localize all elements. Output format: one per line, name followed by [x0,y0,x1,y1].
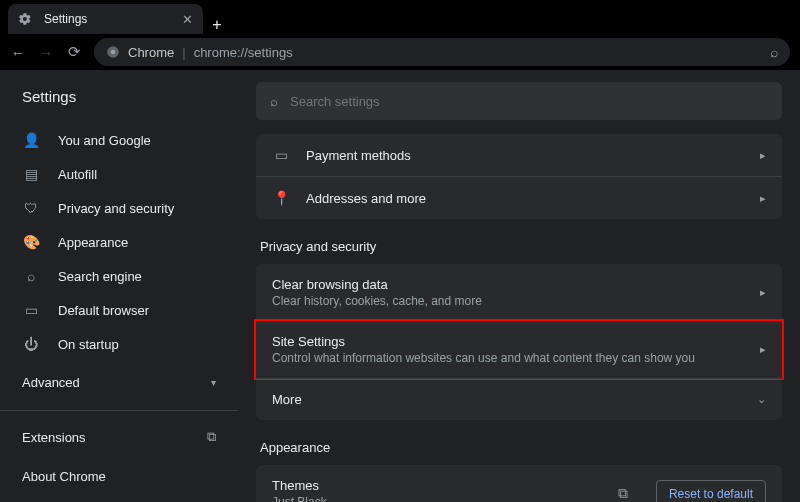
location-icon: 📍 [272,190,290,206]
reload-icon[interactable]: ⟳ [66,43,82,61]
search-icon: ⌕ [22,268,40,284]
new-tab-button[interactable]: + [203,16,231,34]
forward-icon[interactable]: → [38,44,54,61]
chevron-down-icon: ▾ [211,377,216,388]
sidebar-item-label: Appearance [58,235,128,250]
row-title: Themes [272,478,602,493]
svg-point-1 [111,50,116,55]
autofill-card: ▭ Payment methods ▸ 📍 Addresses and more… [256,134,782,219]
sidebar-item-you-and-google[interactable]: 👤You and Google [0,123,238,157]
power-icon: ⏻ [22,336,40,352]
sidebar-item-autofill[interactable]: ▤Autofill [0,157,238,191]
sidebar-item-on-startup[interactable]: ⏻On startup [0,327,238,361]
row-title: Site Settings [272,334,744,349]
chevron-right-icon: ▸ [760,192,766,205]
reset-theme-button[interactable]: Reset to default [656,480,766,503]
card-icon: ▭ [272,147,290,163]
sidebar-item-label: Autofill [58,167,97,182]
row-addresses[interactable]: 📍 Addresses and more ▸ [256,176,782,219]
chevron-right-icon: ▸ [760,149,766,162]
sidebar-item-search-engine[interactable]: ⌕Search engine [0,259,238,293]
sidebar-item-default-browser[interactable]: ▭Default browser [0,293,238,327]
sidebar-item-label: Privacy and security [58,201,174,216]
sidebar-about-label: About Chrome [22,469,106,484]
row-title: Addresses and more [306,191,744,206]
omnibox-url: chrome://settings [194,45,293,60]
row-title: Clear browsing data [272,277,744,292]
search-icon: ⌕ [270,94,278,109]
sidebar-advanced-label: Advanced [22,375,80,390]
back-icon[interactable]: ← [10,44,26,61]
sidebar-advanced[interactable]: Advanced ▾ [0,361,238,404]
page-title: Settings [0,70,238,119]
row-site-settings[interactable]: Site Settings Control what information w… [254,319,784,380]
shield-icon: 🛡 [22,200,40,216]
sidebar-item-label: Default browser [58,303,149,318]
address-bar[interactable]: Chrome | chrome://settings ⌕ [94,38,790,66]
gear-icon [18,12,36,26]
settings-content: ⌕ ▭ Payment methods ▸ 📍 Addresses and mo… [238,70,800,502]
sidebar-item-appearance[interactable]: 🎨Appearance [0,225,238,259]
row-title: Payment methods [306,148,744,163]
browser-toolbar: ← → ⟳ Chrome | chrome://settings ⌕ [0,34,800,70]
omnibox-label: Chrome [128,45,174,60]
search-settings-box[interactable]: ⌕ [256,82,782,120]
search-input[interactable] [290,94,768,109]
sidebar-item-label: Search engine [58,269,142,284]
search-container: ⌕ [256,70,782,126]
browser-tab[interactable]: Settings ✕ [8,4,203,34]
row-subtitle: Just Black [272,495,602,502]
close-icon[interactable]: ✕ [182,12,193,27]
sidebar-item-label: On startup [58,337,119,352]
row-subtitle: Clear history, cookies, cache, and more [272,294,744,308]
open-external-icon[interactable]: ⧉ [618,485,628,502]
row-themes[interactable]: Themes Just Black ⧉ Reset to default [256,465,782,502]
sidebar: Settings 👤You and Google ▤Autofill 🛡Priv… [0,70,238,502]
row-subtitle: Control what information websites can us… [272,351,744,365]
omnibox-separator: | [182,45,185,60]
sidebar-nav: 👤You and Google ▤Autofill 🛡Privacy and s… [0,119,238,361]
palette-icon: 🎨 [22,234,40,250]
row-more[interactable]: More ⌄ [256,378,782,420]
sidebar-extensions[interactable]: Extensions ⧉ [0,417,238,457]
row-clear-browsing-data[interactable]: Clear browsing data Clear history, cooki… [256,264,782,321]
chevron-right-icon: ▸ [760,286,766,299]
sidebar-about[interactable]: About Chrome [0,457,238,496]
sidebar-item-privacy[interactable]: 🛡Privacy and security [0,191,238,225]
tab-strip: Settings ✕ + [0,0,800,34]
row-payment-methods[interactable]: ▭ Payment methods ▸ [256,134,782,176]
chevron-down-icon: ⌄ [757,393,766,406]
autofill-icon: ▤ [22,166,40,182]
row-title: More [272,392,741,407]
appearance-card: Themes Just Black ⧉ Reset to default Sho… [256,465,782,502]
tab-title: Settings [44,12,174,26]
chrome-icon [106,45,120,59]
chevron-right-icon: ▸ [760,343,766,356]
sidebar-extensions-label: Extensions [22,430,86,445]
person-icon: 👤 [22,132,40,148]
section-heading-privacy: Privacy and security [260,239,778,254]
privacy-card: Clear browsing data Clear history, cooki… [256,264,782,420]
sidebar-item-label: You and Google [58,133,151,148]
section-heading-appearance: Appearance [260,440,778,455]
browser-icon: ▭ [22,302,40,318]
settings-page: Settings 👤You and Google ▤Autofill 🛡Priv… [0,70,800,502]
open-external-icon: ⧉ [207,429,216,445]
divider [0,410,238,411]
search-icon[interactable]: ⌕ [770,44,778,60]
